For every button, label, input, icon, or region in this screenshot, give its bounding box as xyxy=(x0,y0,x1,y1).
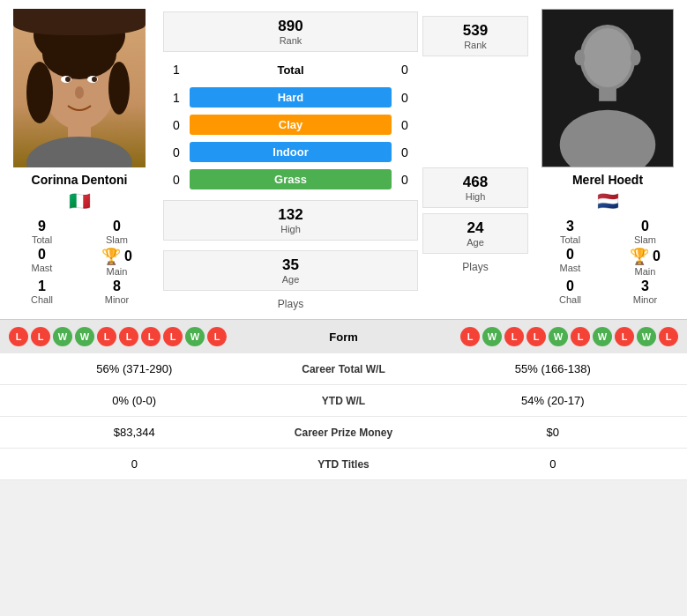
stats-row-left-value: 56% (371-290) xyxy=(13,362,256,375)
player-right-photo xyxy=(541,9,674,167)
stats-row-left-value: $83,344 xyxy=(13,426,256,439)
total-matchup-label: Total xyxy=(277,63,303,77)
form-badge-right: L xyxy=(504,327,524,346)
form-badge-right: W xyxy=(549,327,568,346)
player-left-photo xyxy=(13,9,146,167)
player-left-chall-label: Chall xyxy=(31,294,53,305)
clay-row: 0 Clay 0 xyxy=(163,115,418,135)
player-right-mast-label: Mast xyxy=(560,263,581,273)
stats-row-right-value: 55% (166-138) xyxy=(432,362,675,375)
stats-row: $83,344Career Prize Money$0 xyxy=(0,417,687,449)
stats-row-label: Career Total W/L xyxy=(256,363,432,375)
player-right: Merel Hoedt 🇳🇱 3 Total 0 Slam 0 Mast xyxy=(528,9,687,310)
player-left-slam-label: Slam xyxy=(106,234,128,245)
player-left-chall-cell: 1 Chall xyxy=(9,278,75,305)
form-badge-left: L xyxy=(207,327,227,346)
player-right-main-label: Main xyxy=(635,266,656,277)
total-matchup-row: 1 Total 0 xyxy=(163,63,418,77)
left-plays: Plays xyxy=(278,298,303,310)
left-age-label: Age xyxy=(173,274,408,285)
player-left-main-label: Main xyxy=(107,266,128,277)
form-badge-left: L xyxy=(141,327,161,346)
player-left-name: Corinna Dentoni xyxy=(32,173,128,187)
form-badge-right: L xyxy=(526,327,546,346)
clay-right-score: 0 xyxy=(392,118,418,132)
player-left-minor-cell: 8 Minor xyxy=(84,278,150,305)
form-badge-right: W xyxy=(593,327,612,346)
stats-row-left-value: 0 xyxy=(13,457,256,471)
left-high-value: 132 xyxy=(173,206,408,224)
form-label: Form xyxy=(291,330,397,344)
grass-left-score: 0 xyxy=(163,173,190,187)
stats-row-label: YTD W/L xyxy=(256,395,432,407)
form-badge-left: L xyxy=(9,327,28,346)
stats-row: 0YTD Titles0 xyxy=(0,449,687,480)
player-right-trophy-cell: 🏆 0 Main xyxy=(612,247,678,277)
right-rank-box: 539 Rank xyxy=(422,16,528,56)
player-right-slam-label: Slam xyxy=(634,234,656,245)
form-badge-right: W xyxy=(637,327,656,346)
indoor-right-score: 0 xyxy=(392,145,418,160)
player-right-name: Merel Hoedt xyxy=(572,173,643,187)
right-rank-label: Rank xyxy=(432,40,519,50)
player-left-mast-cell: 0 Mast xyxy=(9,247,75,277)
form-badge-left: W xyxy=(75,327,94,346)
svg-point-11 xyxy=(75,86,84,99)
player-left-slam-cell: 0 Slam xyxy=(84,219,150,245)
player-left-trophy-row: 🏆 0 xyxy=(101,247,132,266)
player-right-chall-cell: 0 Chall xyxy=(537,278,603,305)
player-right-mast: 0 xyxy=(566,247,574,263)
grass-right-score: 0 xyxy=(392,173,418,187)
player-right-minor-label: Minor xyxy=(633,294,658,305)
total-left-score: 1 xyxy=(163,63,190,77)
stats-row: 56% (371-290)Career Total W/L55% (166-13… xyxy=(0,353,687,385)
player-left-mast-label: Mast xyxy=(32,263,53,273)
form-badge-right: W xyxy=(482,327,502,346)
stats-row-right-value: 0 xyxy=(432,457,675,471)
right-rank-value: 539 xyxy=(432,22,519,40)
player-left-total-cell: 9 Total xyxy=(9,219,75,245)
svg-point-9 xyxy=(65,77,71,82)
form-badge-right: L xyxy=(571,327,590,346)
clay-left-score: 0 xyxy=(163,118,190,132)
player-right-chall-label: Chall xyxy=(559,294,581,305)
player-left-chall: 1 xyxy=(38,278,46,294)
svg-point-16 xyxy=(583,28,631,87)
player-right-mast-cell: 0 Mast xyxy=(537,247,603,277)
grass-badge: Grass xyxy=(190,169,392,189)
right-high-box: 468 High xyxy=(422,167,528,208)
form-badge-left: W xyxy=(53,327,72,346)
right-age-label: Age xyxy=(432,237,519,248)
player-right-trophy-row: 🏆 0 xyxy=(630,247,661,266)
player-left-main: 0 xyxy=(124,249,132,264)
form-badge-right: L xyxy=(460,327,480,346)
hard-row: 1 Hard 0 xyxy=(163,87,418,108)
player-right-slam: 0 xyxy=(641,219,649,234)
player-left-total: 9 xyxy=(38,219,46,234)
trophy-left-icon: 🏆 xyxy=(101,247,121,266)
player-right-minor: 3 xyxy=(641,278,649,294)
right-plays: Plays xyxy=(462,261,488,273)
player-right-main: 0 xyxy=(653,249,661,264)
form-badge-left: W xyxy=(185,327,205,346)
hard-badge: Hard xyxy=(190,87,392,108)
left-age-box: 35 Age xyxy=(163,250,418,291)
form-badge-left: L xyxy=(163,327,183,346)
indoor-badge: Indoor xyxy=(190,142,392,162)
player-right-flag: 🇳🇱 xyxy=(597,190,619,212)
player-right-slam-cell: 0 Slam xyxy=(612,219,678,245)
left-rank-box: 890 Rank xyxy=(163,11,418,52)
form-badge-right: L xyxy=(615,327,634,346)
form-badge-left: L xyxy=(97,327,116,346)
player-right-minor-cell: 3 Minor xyxy=(612,278,678,305)
left-age-value: 35 xyxy=(173,256,408,274)
player-left-total-label: Total xyxy=(32,234,52,245)
svg-point-6 xyxy=(108,62,130,115)
stats-row-left-value: 0% (0-0) xyxy=(13,394,256,407)
total-right-score: 0 xyxy=(392,63,418,77)
player-right-chall: 0 xyxy=(566,278,574,294)
svg-point-17 xyxy=(575,50,586,66)
form-section: LLWWLLLLWL Form LWLLWLWLWL xyxy=(0,319,687,353)
hard-right-score: 0 xyxy=(392,91,418,105)
stats-row-right-value: 54% (20-17) xyxy=(432,394,675,407)
